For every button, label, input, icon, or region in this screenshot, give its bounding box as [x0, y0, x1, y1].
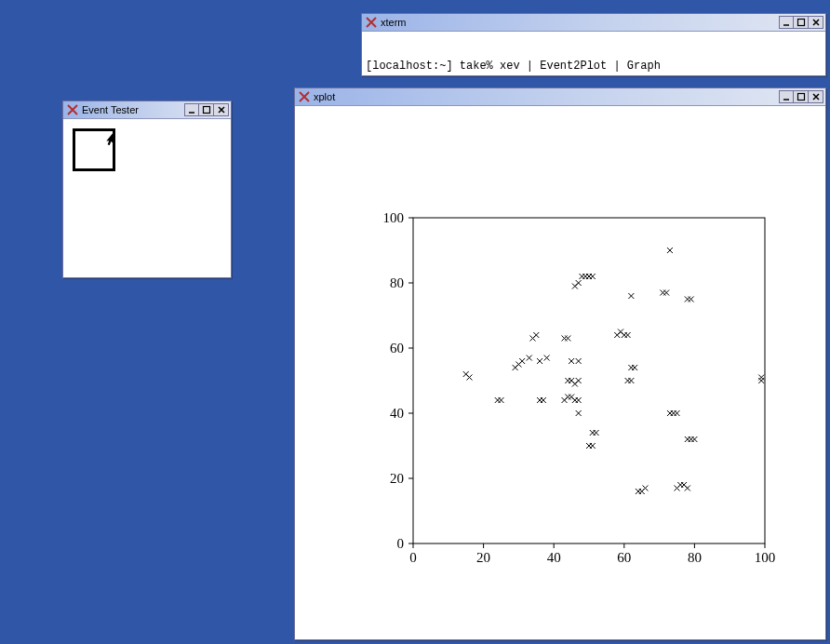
minimize-button[interactable]	[779, 16, 794, 29]
terminal-output: [localhost:~] take% xev | Event2Plot | G…	[362, 32, 825, 75]
close-button[interactable]	[809, 16, 823, 29]
svg-rect-5	[797, 94, 804, 101]
svg-text:40: 40	[547, 550, 561, 565]
window-title: xterm	[381, 17, 779, 28]
svg-rect-6	[413, 218, 765, 543]
window-title: Event Tester	[82, 104, 184, 115]
svg-text:40: 40	[390, 406, 404, 421]
svg-text:0: 0	[397, 536, 405, 551]
svg-text:20: 20	[476, 550, 490, 565]
xterm-window[interactable]: xterm [localhost:~] take% xev | Event2Pl…	[361, 13, 826, 76]
event-tester-client[interactable]	[63, 119, 231, 277]
svg-rect-3	[203, 107, 209, 114]
svg-text:80: 80	[688, 550, 702, 565]
maximize-button[interactable]	[199, 103, 214, 116]
chart-area: 020406080100020406080100	[295, 106, 825, 639]
maximize-button[interactable]	[794, 16, 809, 29]
svg-rect-1	[797, 20, 804, 26]
cursor-icon	[103, 130, 118, 145]
svg-text:0: 0	[409, 550, 417, 565]
event-tester-canvas[interactable]	[63, 119, 231, 277]
xplot-window[interactable]: xplot 020406080100020406080100	[294, 87, 826, 640]
app-icon	[67, 104, 78, 115]
xterm-client[interactable]: [localhost:~] take% xev | Event2Plot | G…	[362, 32, 825, 75]
svg-text:60: 60	[617, 550, 631, 565]
app-icon	[299, 91, 310, 102]
close-button[interactable]	[214, 103, 229, 116]
window-title: xplot	[314, 91, 779, 102]
close-button[interactable]	[809, 90, 823, 103]
svg-text:100: 100	[383, 210, 405, 225]
xterm-titlebar[interactable]: xterm	[362, 14, 825, 32]
app-icon	[366, 17, 377, 28]
scatter-chart: 020406080100020406080100	[328, 208, 793, 599]
svg-text:100: 100	[755, 550, 776, 565]
xplot-titlebar[interactable]: xplot	[295, 88, 825, 106]
svg-text:80: 80	[390, 275, 404, 290]
svg-text:20: 20	[390, 471, 404, 486]
minimize-button[interactable]	[184, 103, 199, 116]
minimize-button[interactable]	[779, 90, 794, 103]
event-tester-titlebar[interactable]: Event Tester	[63, 101, 231, 119]
xplot-client: 020406080100020406080100	[295, 106, 825, 639]
maximize-button[interactable]	[794, 90, 809, 103]
svg-text:60: 60	[390, 341, 404, 356]
terminal-line: [localhost:~] take% xev | Event2Plot | G…	[366, 60, 822, 73]
event-tester-window[interactable]: Event Tester	[62, 101, 232, 278]
